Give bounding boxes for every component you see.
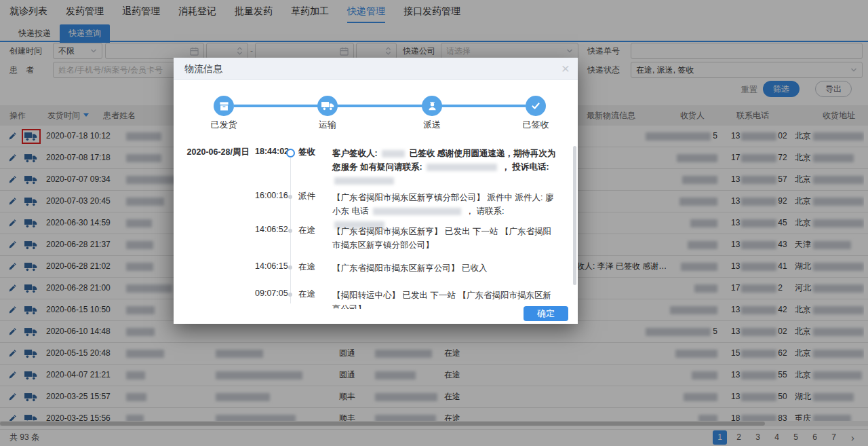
timeline-content: 【广东省揭阳市揭东区新亨】 已发出 下一站 【广东省揭阳市揭东区新亨镇分部公司】 <box>332 225 556 252</box>
timeline-status: 在途 <box>298 289 315 300</box>
modal-title: 物流信息 <box>184 58 222 79</box>
courier-icon <box>422 96 442 116</box>
timeline-marker-dot <box>288 265 292 270</box>
timeline-text: ， 投诉电话: <box>502 162 549 172</box>
timeline-time: 14:06:52 <box>255 225 288 234</box>
timeline-status: 在途 <box>298 261 315 273</box>
redacted-text <box>427 164 497 171</box>
logistics-info-modal: 物流信息 × 已发货 运输 派送 已签收 2020-06-28/周日 18:44… <box>174 58 578 324</box>
timeline-date: 2020-06-28/周日 <box>183 147 250 158</box>
timeline-status: 在途 <box>298 225 315 236</box>
timeline-content: 【揭阳转运中心】 已发出 下一站 【广东省揭阳市揭东区新亨公司】 <box>332 289 556 309</box>
timeline-marker-ring <box>286 149 295 157</box>
modal-scrollbar[interactable] <box>573 146 576 285</box>
timeline-text: 【广东省揭阳市揭东区新亨公司】 已收入 <box>332 263 487 273</box>
timeline-time: 14:06:15 <box>255 261 288 271</box>
check-icon <box>526 96 546 116</box>
timeline-time: 09:07:05 <box>255 289 288 298</box>
express-management-page: 就诊列表发药管理退药管理消耗登记批量发药草药加工快递管理接口发药管理 快递投递快… <box>0 0 868 446</box>
timeline-status: 签收 <box>298 147 315 158</box>
timeline-time: 18:44:02 <box>255 147 288 156</box>
confirm-button[interactable]: 确定 <box>524 306 568 321</box>
truck-icon <box>317 96 338 116</box>
steps-connector <box>234 105 526 107</box>
timeline-marker-dot <box>288 229 292 233</box>
logistics-timeline: 2020-06-28/周日 18:44:02 签收 客户签收人: 已签收 感谢使… <box>174 58 578 309</box>
timeline-time: 16:00:16 <box>255 191 288 200</box>
package-icon <box>214 96 234 116</box>
redacted-text <box>373 208 461 215</box>
timeline-content: 【广东省揭阳市揭东区新亨公司】 已收入 <box>332 261 556 275</box>
timeline-text: 【广东省揭阳市揭东区新亨】 已发出 下一站 【广东省揭阳市揭东区新亨镇分部公司】 <box>332 227 551 250</box>
redacted-text <box>334 177 394 185</box>
timeline-text: ， 请联系: <box>465 206 504 216</box>
redacted-text <box>382 150 405 157</box>
timeline-marker-dot <box>288 293 292 297</box>
close-icon[interactable]: × <box>561 58 570 79</box>
timeline-text: 【揭阳转运中心】 已发出 下一站 【广东省揭阳市揭东区新亨公司】 <box>332 291 551 309</box>
timeline-content: 客户签收人: 已签收 感谢使用圆通速递，期待再次为您服务 如有疑问请联系: ， … <box>332 147 556 187</box>
timeline-marker-dot <box>288 195 292 199</box>
timeline-text: 客户签收人: <box>332 149 378 158</box>
timeline-status: 派件 <box>298 191 315 202</box>
